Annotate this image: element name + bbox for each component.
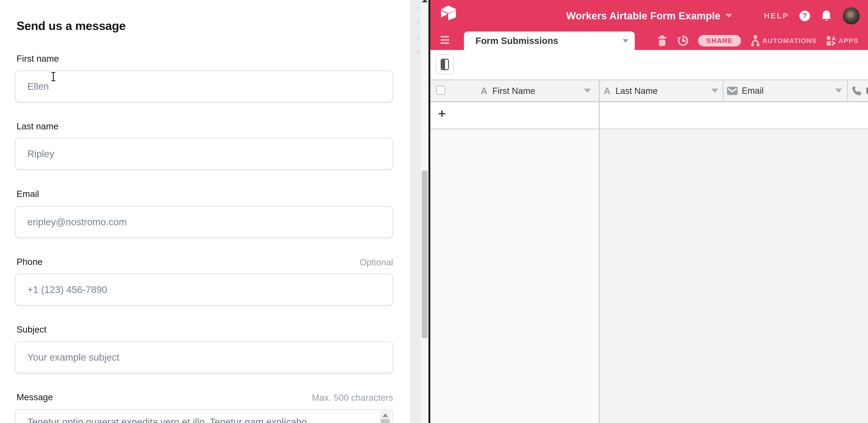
single-line-text-icon: A (604, 86, 611, 96)
grid-column-header-row: A First Name A Last Name Email Phone (430, 80, 868, 102)
question-circle-icon[interactable]: ? (800, 10, 810, 21)
i-beam-cursor (50, 72, 56, 82)
share-button[interactable]: SHARE (698, 35, 741, 47)
automations-label: AUTOMATIONS (762, 37, 817, 44)
grid-empty-area (600, 130, 868, 423)
email-envelope-icon (727, 87, 738, 95)
phone-optional-hint: Optional (360, 257, 393, 267)
trash-icon[interactable] (657, 35, 667, 46)
chevron-down-icon[interactable] (725, 14, 732, 18)
table-tab-label: Form Submissions (475, 36, 558, 46)
column-label: Last Name (616, 86, 658, 96)
scroll-up-arrow-icon[interactable] (382, 413, 388, 417)
airtable-title-bar: Workers Airtable Form Example HELP ? (430, 0, 868, 32)
form-title: Send us a message (17, 19, 126, 33)
message-max-chars-hint: Max. 500 characters (312, 393, 393, 403)
gutter-dot (417, 7, 419, 9)
sidebar-icon (441, 59, 449, 70)
add-row-plus-button[interactable]: + (438, 106, 446, 121)
email-label: Email (17, 189, 39, 199)
base-title[interactable]: Workers Airtable Form Example (566, 10, 720, 22)
column-label: First Name (492, 86, 535, 96)
textarea-scrollbar-thumb[interactable] (381, 419, 390, 423)
gutter-dot (417, 50, 419, 53)
column-header-email[interactable]: Email (727, 86, 764, 96)
message-textarea[interactable] (15, 409, 393, 423)
apps-button[interactable]: APPS (826, 36, 859, 46)
column-header-last-name[interactable]: A Last Name (604, 86, 658, 96)
email-input[interactable] (15, 206, 393, 238)
history-icon[interactable] (677, 35, 688, 46)
subject-label: Subject (17, 325, 46, 335)
first-name-input[interactable] (15, 70, 393, 102)
message-label: Message (17, 392, 53, 402)
apps-label: APPS (838, 37, 859, 44)
automations-icon (751, 35, 760, 46)
gutter-dot (417, 36, 419, 39)
chevron-down-icon[interactable] (584, 89, 591, 93)
window-divider[interactable] (429, 0, 430, 423)
phone-input[interactable] (15, 274, 393, 306)
airtable-window: Workers Airtable Form Example HELP ? For… (430, 0, 868, 423)
gutter-dot (417, 22, 419, 24)
scrollbar-top-arrow-icon[interactable] (422, 0, 428, 2)
single-line-text-icon: A (481, 86, 487, 96)
chevron-down-icon[interactable] (623, 39, 628, 43)
select-all-checkbox[interactable] (436, 86, 445, 95)
tab-bar-actions: SHARE AUTOMATIONS APPS (657, 32, 859, 50)
user-avatar[interactable] (843, 7, 860, 24)
title-bar-actions: HELP ? (764, 0, 860, 32)
subject-input[interactable] (15, 341, 393, 373)
column-separator[interactable] (847, 80, 848, 101)
automations-button[interactable]: AUTOMATIONS (751, 35, 817, 46)
phone-receiver-icon (852, 86, 862, 96)
left-window-scroll-gutter (410, 0, 421, 423)
bell-icon[interactable] (820, 10, 832, 22)
grid-empty-area-frozen (430, 130, 599, 423)
apps-icon (826, 36, 836, 46)
add-row[interactable]: + (430, 102, 868, 129)
view-toolbar: Grid view ••• </> (430, 50, 868, 80)
left-window-scrollbar-thumb[interactable] (422, 171, 428, 338)
last-name-input[interactable] (15, 138, 393, 170)
column-separator[interactable] (723, 80, 723, 101)
first-name-label: First name (17, 54, 59, 64)
tab-form-submissions[interactable]: Form Submissions (464, 32, 635, 50)
last-name-label: Last name (17, 121, 58, 131)
view-sidebar-toggle-button[interactable] (436, 54, 454, 74)
phone-label: Phone (17, 257, 42, 267)
help-button[interactable]: HELP (764, 11, 789, 20)
chevron-down-icon[interactable] (835, 89, 842, 93)
column-header-phone[interactable]: Phone (852, 86, 868, 96)
frozen-column-divider[interactable] (599, 80, 600, 423)
contact-form-pane: Send us a message First name Last name E… (0, 0, 410, 423)
hamburger-menu-icon[interactable] (440, 36, 449, 46)
table-tab-bar: Form Submissions SHARE (430, 32, 868, 50)
column-header-first-name[interactable]: A First Name (481, 86, 535, 96)
column-label: Phone (866, 86, 868, 96)
chevron-down-icon[interactable] (711, 89, 718, 93)
column-label: Email (742, 86, 764, 96)
